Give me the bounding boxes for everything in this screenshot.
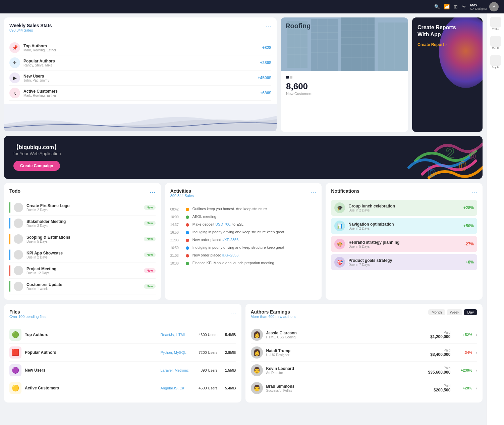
todo-item-5: Project Meeting Due in 12 Days New [9, 263, 156, 279]
todo-avatar-6 [14, 282, 23, 291]
popular-authors-name: Popular Authors [23, 59, 260, 63]
todo-badge-4: New [144, 252, 156, 257]
grid-icon[interactable]: ⊞ [454, 4, 458, 9]
author-avatar-4: 👨 [251, 382, 263, 394]
todo-avatar-3 [14, 234, 23, 244]
author-row-1: 👩 Jessie Clarcson HTML, CSS Coding Paid … [251, 326, 478, 344]
sidebar-item-prebu[interactable]: Prebu [490, 17, 501, 31]
notif-icon-4: 🎯 [334, 257, 345, 268]
activities-subtitle: 890,344 Sales [170, 194, 194, 198]
activity-dot-2 [186, 216, 189, 219]
files-menu[interactable]: ⋯ [230, 309, 236, 317]
earnings-subtitle: More than 400 new authors [251, 315, 296, 319]
activity-dot-6 [186, 246, 189, 250]
tab-week[interactable]: Week [447, 309, 463, 315]
svg-text:0: 0 [459, 159, 466, 174]
author-row-2: 👩 Natali Trump UI/UX Designer Paid $3,40… [251, 344, 478, 362]
weekly-sales-menu[interactable]: ⋯ [265, 23, 271, 30]
author-change-2: -34% [457, 350, 472, 355]
popular-authors-icon: ✈ [9, 57, 20, 68]
sidebar-item-buyn[interactable]: Buy N [490, 55, 501, 69]
search-icon[interactable]: 🔍 [434, 4, 440, 9]
user-profile[interactable]: Max UX Designer M [470, 2, 499, 11]
file-row-2: 🟥 Popular Authors Python, MySQL 7200 Use… [9, 344, 236, 362]
top-authors-name: Top Authors [23, 44, 262, 48]
active-customers-name: Active Customers [23, 89, 260, 94]
file-size-3: 1.5MB [221, 368, 236, 372]
notifications-list: 🎓 Group lunch celebration Due in 2 Days … [331, 200, 477, 270]
activity-link-5[interactable]: #XF-2356. [222, 238, 239, 242]
author-arrow-2[interactable]: › [475, 350, 477, 355]
sun-icon[interactable]: ☀ [462, 4, 466, 9]
notif-value-1: +28% [463, 205, 474, 210]
author-arrow-1[interactable]: › [475, 332, 477, 337]
svg-rect-4 [378, 22, 408, 71]
activity-dot-1 [186, 208, 189, 211]
activity-item-4: 16:50 Indulging in poorly driving and ke… [170, 228, 317, 236]
author-avatar-3: 👨 [251, 364, 263, 376]
stat-row-top-authors: 📌 Top Authors Mark, Rowling, Esther +82$ [9, 40, 271, 55]
activity-link-7[interactable]: #XF-2356. [222, 253, 239, 257]
author-row-3: 👨 Kevin Leonard Art Director Paid $35,60… [251, 362, 478, 379]
activity-item-5: 21:03 New order placed #XF-2356. [170, 236, 317, 244]
sidebar-label-prebu: Prebu [492, 28, 499, 31]
sidebar-icon-prebu [490, 17, 501, 28]
activities-title: Activities [170, 188, 194, 194]
notifications-menu[interactable]: ⋯ [471, 188, 477, 196]
activity-dot-7 [186, 254, 189, 257]
file-row-1: 🟢 Top Authors ReactJs, HTML 4600 Users 5… [9, 326, 236, 344]
active-customers-value: +686$ [260, 91, 271, 95]
sidebar-icon-buyn [490, 55, 501, 66]
file-tech-2: Python, MySQL [161, 350, 191, 355]
signal-icon[interactable]: 📶 [444, 4, 450, 9]
author-change-4: +28% [457, 386, 472, 390]
activities-list: 08:42 Outlines keep you honest. And keep… [170, 205, 317, 267]
todo-item-4: KPI App Showcase Due in 2 Days New [9, 247, 156, 263]
notif-icon-1: 🎓 [334, 202, 345, 213]
todo-menu[interactable]: ⋯ [150, 188, 156, 196]
tab-month[interactable]: Month [428, 309, 445, 315]
author-arrow-3[interactable]: › [475, 368, 477, 373]
todo-bar-2 [9, 218, 10, 229]
user-role: UX Designer [470, 7, 487, 10]
file-icon-4: 🟡 [9, 382, 21, 394]
activity-dot-8 [186, 262, 189, 265]
campaign-deco-svg: 2 0 6 b [355, 136, 483, 179]
authors-earnings-card: Authors Earnings More than 400 new autho… [245, 304, 483, 403]
file-tech-4: AngularJS, C# [161, 386, 191, 390]
activity-item-2: 10:00 AEOL meeting [170, 213, 317, 221]
todo-avatar-1 [14, 203, 23, 212]
activities-menu[interactable]: ⋯ [310, 188, 316, 196]
todo-title: Todo [9, 188, 20, 194]
file-row-4: 🟡 Active Customers AngularJS, C# 4600 Us… [9, 379, 236, 397]
author-arrow-4[interactable]: › [475, 385, 477, 391]
file-icon-2: 🟥 [9, 346, 21, 359]
row-3: Todo ⋯ Create FireStone Logo Due in 2 Da… [4, 183, 483, 300]
activity-link-3[interactable]: USD 700. [215, 222, 231, 226]
notifications-card: Notifications ⋯ 🎓 Group lunch celebratio… [326, 183, 483, 300]
new-customers-label: New Customers [286, 92, 403, 96]
todo-item-2: Stakeholder Meeting Due in 3 Days New [9, 216, 156, 231]
roofing-card: Roofing 8,600 New Customers [281, 17, 408, 132]
new-users-value: +4500$ [258, 76, 271, 80]
sidebar-label-buyn: Buy N [492, 66, 499, 69]
sidebar-icon-geth [490, 36, 501, 47]
earnings-tabs: Month Week Day [428, 309, 477, 315]
dot-dark [286, 76, 289, 79]
file-tech-1: ReactJs, HTML [161, 333, 191, 337]
svg-text:6: 6 [469, 148, 476, 162]
create-report-link[interactable]: Create Report › [417, 42, 477, 47]
campaign-decoration: 2 0 6 b [348, 136, 483, 179]
dot-light [290, 76, 292, 79]
active-customers-icon: ♫ [9, 88, 20, 98]
notif-item-3: 🎨 Rebrand strategy planning Due in 5 Day… [331, 236, 477, 252]
files-title: Files [9, 309, 46, 315]
todo-avatar-5 [14, 266, 23, 275]
tab-day[interactable]: Day [464, 309, 477, 315]
create-campaign-button[interactable]: Create Campaign [13, 161, 60, 171]
activity-dot-4 [186, 231, 189, 234]
sidebar-item-geth[interactable]: Get H [490, 36, 501, 50]
avatar[interactable]: M [489, 2, 499, 11]
author-change-3: +230% [457, 368, 472, 372]
earnings-title: Authors Earnings [251, 309, 296, 315]
